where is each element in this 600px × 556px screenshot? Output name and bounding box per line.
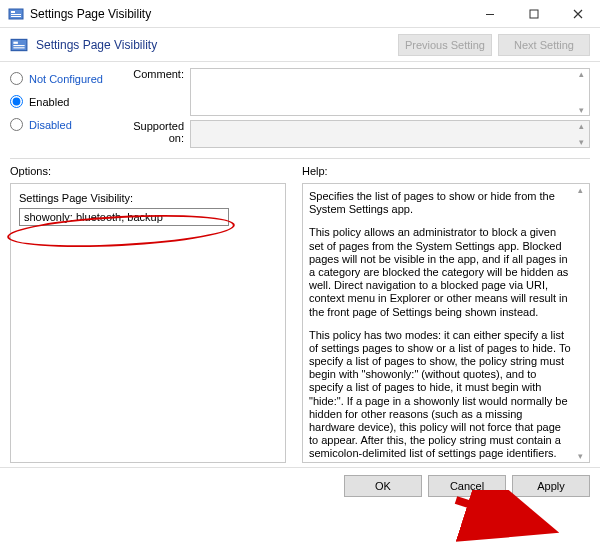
svg-rect-5 bbox=[530, 10, 538, 18]
visibility-input[interactable] bbox=[19, 208, 229, 226]
options-heading: Options: bbox=[10, 165, 286, 177]
minimize-button[interactable] bbox=[468, 0, 512, 27]
help-paragraph: Specifies the list of pages to show or h… bbox=[309, 190, 571, 216]
cancel-button[interactable]: Cancel bbox=[428, 475, 506, 497]
svg-rect-2 bbox=[11, 14, 21, 15]
svg-rect-4 bbox=[486, 14, 494, 15]
supported-on-field: ▴▾ bbox=[190, 120, 590, 148]
supported-on-label: Supported on: bbox=[120, 120, 190, 144]
close-button[interactable] bbox=[556, 0, 600, 27]
svg-rect-1 bbox=[11, 11, 15, 13]
radio-label: Enabled bbox=[29, 96, 69, 108]
maximize-button[interactable] bbox=[512, 0, 556, 27]
app-icon bbox=[8, 6, 24, 22]
radio-not-configured[interactable]: Not Configured bbox=[10, 72, 120, 85]
radio-enabled[interactable]: Enabled bbox=[10, 95, 120, 108]
subheader: Settings Page Visibility Previous Settin… bbox=[0, 28, 600, 62]
state-radios: Not Configured Enabled Disabled bbox=[10, 68, 120, 152]
help-heading: Help: bbox=[302, 165, 590, 177]
dialog-footer: OK Cancel Apply bbox=[0, 467, 600, 503]
help-paragraph: This policy has two modes: it can either… bbox=[309, 329, 571, 463]
scrollbar[interactable]: ▴▾ bbox=[573, 121, 589, 147]
radio-label: Not Configured bbox=[29, 73, 103, 85]
radio-enabled-input[interactable] bbox=[10, 95, 23, 108]
radio-not-configured-input[interactable] bbox=[10, 72, 23, 85]
config-row: Not Configured Enabled Disabled Comment:… bbox=[0, 62, 600, 152]
svg-rect-8 bbox=[13, 45, 24, 46]
scrollbar[interactable]: ▴▾ bbox=[572, 185, 588, 461]
next-setting-button[interactable]: Next Setting bbox=[498, 34, 590, 56]
radio-disabled[interactable]: Disabled bbox=[10, 118, 120, 131]
policy-title: Settings Page Visibility bbox=[36, 38, 392, 52]
radio-disabled-input[interactable] bbox=[10, 118, 23, 131]
options-box: Settings Page Visibility: bbox=[10, 183, 286, 463]
comment-input[interactable]: ▴▾ bbox=[190, 68, 590, 116]
help-paragraph: This policy allows an administrator to b… bbox=[309, 226, 571, 318]
svg-line-10 bbox=[456, 500, 544, 528]
apply-button[interactable]: Apply bbox=[512, 475, 590, 497]
policy-icon bbox=[10, 36, 28, 54]
help-box[interactable]: Specifies the list of pages to show or h… bbox=[302, 183, 590, 463]
svg-rect-9 bbox=[13, 47, 24, 48]
titlebar: Settings Page Visibility bbox=[0, 0, 600, 28]
svg-rect-7 bbox=[13, 41, 18, 43]
details-row: Options: Settings Page Visibility: Help:… bbox=[0, 159, 600, 463]
comment-label: Comment: bbox=[120, 68, 190, 80]
visibility-field-label: Settings Page Visibility: bbox=[19, 192, 277, 204]
radio-label: Disabled bbox=[29, 119, 72, 131]
scrollbar[interactable]: ▴▾ bbox=[573, 69, 589, 115]
previous-setting-button[interactable]: Previous Setting bbox=[398, 34, 492, 56]
window-title: Settings Page Visibility bbox=[30, 7, 468, 21]
ok-button[interactable]: OK bbox=[344, 475, 422, 497]
svg-rect-3 bbox=[11, 16, 21, 17]
